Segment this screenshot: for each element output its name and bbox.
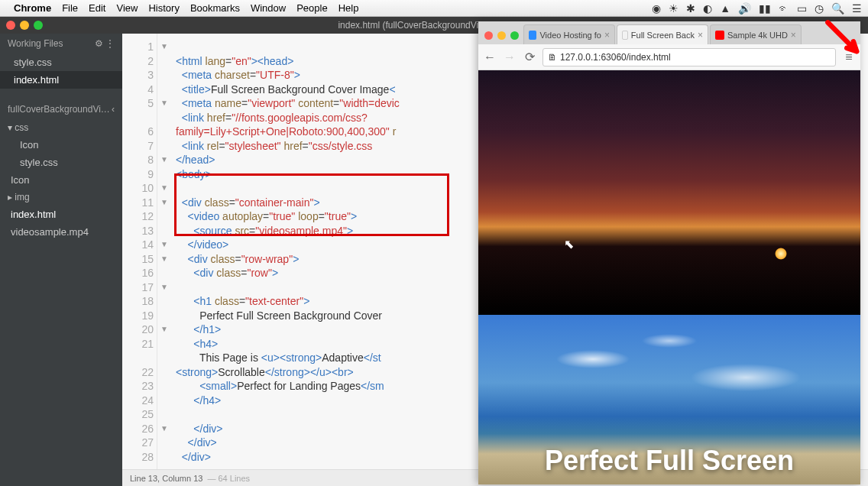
window-controls xyxy=(483,31,523,44)
menu-people[interactable]: People xyxy=(296,2,327,14)
status-icon[interactable]: ✱ xyxy=(686,2,695,15)
menu-file[interactable]: File xyxy=(62,2,78,14)
tab-label: Full Screen Back xyxy=(631,31,695,40)
browser-tab[interactable]: Sample 4k UHD × xyxy=(710,24,802,44)
browser-tab[interactable]: Video Hosting fo × xyxy=(523,24,615,44)
close-tab-icon[interactable]: × xyxy=(604,30,610,40)
chevron-icon: ‹ xyxy=(112,104,115,115)
menu-icon[interactable]: ☰ xyxy=(852,2,862,15)
favicon-icon xyxy=(622,31,628,40)
app-name[interactable]: Chrome xyxy=(14,2,51,14)
menu-help[interactable]: Help xyxy=(338,2,359,14)
minimize-icon[interactable] xyxy=(20,21,29,30)
menu-history[interactable]: History xyxy=(148,2,179,14)
browser-tab[interactable]: Full Screen Back × xyxy=(617,24,708,44)
maximize-icon[interactable] xyxy=(34,21,43,30)
drive-icon[interactable]: ▲ xyxy=(720,2,730,15)
close-icon[interactable] xyxy=(484,31,493,40)
working-file[interactable]: style.css xyxy=(0,53,122,71)
close-icon[interactable] xyxy=(6,21,15,30)
maximize-icon[interactable] xyxy=(510,31,519,40)
line-count: — 64 Lines xyxy=(207,474,250,483)
wifi-icon[interactable]: ᯤ xyxy=(779,2,789,15)
spotlight-icon[interactable]: 🔍 xyxy=(831,2,844,15)
menu-bookmarks[interactable]: Bookmarks xyxy=(190,2,240,14)
url-input[interactable]: 🗎 127.0.0.1:63060/index.html xyxy=(542,48,836,66)
volume-icon[interactable]: 🔊 xyxy=(738,2,751,15)
project-label: fullCoverBackgroundVideo xyxy=(8,104,112,115)
chrome-toolbar: ← → ⟳ 🗎 127.0.0.1:63060/index.html ≡ xyxy=(478,44,860,70)
tree-folder[interactable]: ▾ css xyxy=(0,119,122,136)
fold-gutter: ▼▼▼▼▼▼▼▼▼▼ xyxy=(157,34,171,469)
cursor-position: Line 13, Column 13 xyxy=(130,474,202,483)
signal-icon[interactable]: ▮▮ xyxy=(759,2,771,15)
video-frame-sunset xyxy=(478,70,860,315)
url-text: 127.0.0.1:63060/index.html xyxy=(560,52,671,63)
status-icon[interactable]: ◉ xyxy=(652,2,661,15)
page-icon: 🗎 xyxy=(548,52,557,63)
minimize-icon[interactable] xyxy=(497,31,506,40)
file-label: style.css xyxy=(14,57,52,68)
tree-file[interactable]: Icon xyxy=(0,136,122,154)
tree-folder[interactable]: ▸ img xyxy=(0,189,122,206)
close-tab-icon[interactable]: × xyxy=(791,30,796,40)
line-gutter: 1234567891011121314151617181920212223242… xyxy=(122,34,157,469)
status-icon[interactable]: ☀ xyxy=(669,2,679,15)
forward-button[interactable]: → xyxy=(503,50,517,64)
working-files-label: Working Files xyxy=(8,38,63,49)
working-file[interactable]: index.html xyxy=(0,71,122,89)
mac-menubar: Chrome File Edit View History Bookmarks … xyxy=(0,0,868,17)
status-icon[interactable]: ◐ xyxy=(703,2,712,15)
close-tab-icon[interactable]: × xyxy=(698,30,703,40)
chrome-window: Video Hosting fo × Full Screen Back × Sa… xyxy=(478,21,860,484)
favicon-icon xyxy=(715,31,724,40)
tab-label: Video Hosting fo xyxy=(539,31,601,40)
file-label: index.html xyxy=(14,74,59,86)
menu-view[interactable]: View xyxy=(116,2,138,14)
page-viewport: Perfect Full Screen ⬉ xyxy=(478,70,860,484)
back-button[interactable]: ← xyxy=(483,50,497,64)
tree-file[interactable]: videosample.mp4 xyxy=(0,223,122,241)
menu-edit[interactable]: Edit xyxy=(89,2,105,14)
hero-heading: Perfect Full Screen xyxy=(478,445,860,477)
tree-file[interactable]: index.html xyxy=(0,206,122,223)
tree-file[interactable]: Icon xyxy=(0,171,122,189)
gear-icon[interactable]: ⚙ ⋮ xyxy=(95,38,115,49)
clouds-decoration xyxy=(478,322,860,414)
menubar-status-icons: ◉ ☀ ✱ ◐ ▲ 🔊 ▮▮ ᯤ ▭ ◷ 🔍 ☰ xyxy=(652,2,862,15)
brackets-sidebar: Working Files ⚙ ⋮ style.css index.html f… xyxy=(0,34,122,486)
tree-file[interactable]: style.css xyxy=(0,154,122,171)
working-files-header[interactable]: Working Files ⚙ ⋮ xyxy=(0,34,122,53)
menu-window[interactable]: Window xyxy=(251,2,286,14)
mouse-cursor-icon: ⬉ xyxy=(564,237,574,251)
project-header[interactable]: fullCoverBackgroundVideo ‹ xyxy=(0,99,122,119)
tab-label: Sample 4k UHD xyxy=(727,31,788,40)
reload-button[interactable]: ⟳ xyxy=(523,50,536,64)
favicon-icon xyxy=(529,31,536,40)
annotation-arrow-icon xyxy=(824,18,865,60)
clock-icon[interactable]: ◷ xyxy=(815,2,824,15)
battery-icon[interactable]: ▭ xyxy=(797,2,807,15)
chrome-tabstrip: Video Hosting fo × Full Screen Back × Sa… xyxy=(478,21,860,44)
